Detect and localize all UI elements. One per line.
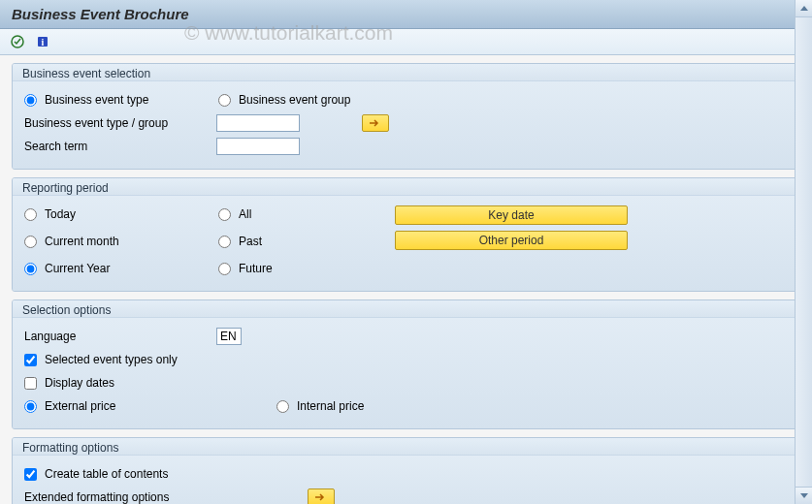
extended-formatting-button[interactable] (308, 488, 335, 504)
group-title: Formatting options (13, 438, 799, 456)
label-business-event-group[interactable]: Business event group (239, 93, 350, 107)
label-future[interactable]: Future (239, 262, 273, 275)
radio-past[interactable] (218, 236, 231, 248)
checkbox-display-dates[interactable] (24, 377, 37, 390)
label-language: Language (24, 330, 76, 343)
input-type-group[interactable] (216, 114, 300, 132)
checkbox-toc[interactable] (24, 468, 37, 481)
radio-business-event-type[interactable] (24, 94, 37, 107)
group-title: Business event selection (13, 64, 799, 81)
label-toc[interactable]: Create table of contents (45, 467, 168, 481)
label-type-group: Business event type / group (24, 116, 168, 130)
scrollbar[interactable] (795, 0, 812, 504)
scroll-down-icon[interactable] (796, 487, 812, 504)
label-current-month[interactable]: Current month (45, 235, 119, 248)
group-reporting-period: Reporting period Today All (12, 177, 800, 292)
radio-today[interactable] (24, 208, 37, 221)
label-all[interactable]: All (239, 207, 251, 221)
group-selection-options: Selection options Language Selected even… (12, 299, 800, 429)
page-title: Business Event Brochure (12, 6, 189, 22)
group-title: Selection options (13, 300, 799, 318)
title-bar: Business Event Brochure (0, 0, 812, 29)
radio-current-month[interactable] (24, 236, 37, 248)
scroll-up-icon[interactable] (796, 0, 812, 17)
checkbox-selected-only[interactable] (24, 354, 37, 366)
radio-future[interactable] (218, 263, 231, 275)
label-selected-only[interactable]: Selected event types only (45, 353, 178, 366)
label-internal-price[interactable]: Internal price (297, 399, 364, 413)
svg-text:i: i (42, 37, 45, 47)
group-title: Reporting period (13, 178, 799, 196)
input-search-term[interactable] (216, 138, 300, 155)
label-search-term: Search term (24, 140, 87, 153)
label-business-event-type[interactable]: Business event type (45, 93, 148, 107)
input-language[interactable] (216, 328, 242, 345)
radio-all[interactable] (218, 208, 231, 221)
multiple-selection-button[interactable] (362, 114, 389, 132)
label-external-price[interactable]: External price (45, 399, 115, 413)
radio-business-event-group[interactable] (218, 94, 231, 107)
label-current-year[interactable]: Current Year (45, 262, 110, 275)
key-date-button[interactable]: Key date (395, 205, 628, 225)
label-today[interactable]: Today (45, 207, 76, 221)
toolbar: i (0, 29, 812, 55)
info-icon[interactable]: i (33, 33, 52, 50)
group-formatting-options: Formatting options Create table of conte… (12, 437, 800, 504)
execute-icon[interactable] (8, 33, 27, 50)
other-period-button[interactable]: Other period (395, 231, 628, 250)
label-past[interactable]: Past (239, 235, 262, 248)
label-extended-formatting: Extended formatting options (24, 490, 169, 504)
radio-current-year[interactable] (24, 263, 37, 275)
radio-internal-price[interactable] (276, 400, 289, 413)
label-display-dates[interactable]: Display dates (45, 376, 114, 390)
radio-external-price[interactable] (24, 400, 37, 413)
group-business-event-selection: Business event selection Business event … (12, 63, 800, 170)
